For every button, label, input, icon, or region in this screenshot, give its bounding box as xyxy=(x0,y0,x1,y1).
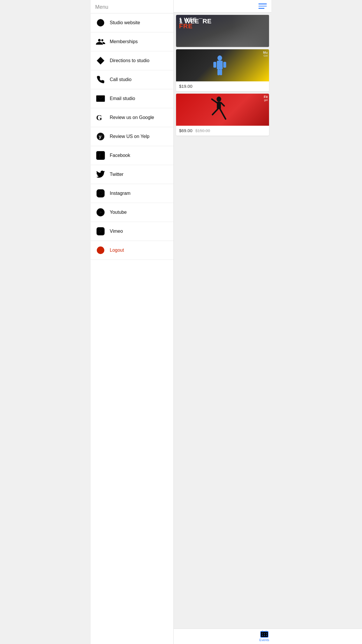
menu-item-vimeo[interactable]: Vimeo xyxy=(91,222,174,241)
menu-label-call: Call studio xyxy=(110,77,132,82)
menu-label-vimeo: Vimeo xyxy=(110,229,123,234)
svg-rect-25 xyxy=(217,61,223,69)
people-icon xyxy=(95,36,106,47)
menu-item-studio-website[interactable]: Studio website xyxy=(91,13,174,32)
menu-item-youtube[interactable]: Youtube xyxy=(91,203,174,222)
google-icon: G xyxy=(95,112,106,123)
svg-rect-27 xyxy=(223,62,226,68)
menu-item-google[interactable]: G Review us on Google xyxy=(91,108,174,127)
menu-label-google: Review us on Google xyxy=(110,115,154,120)
menu-label-studio-website: Studio website xyxy=(110,20,140,25)
menu-item-email[interactable]: Email studio xyxy=(91,89,174,108)
menu-item-call[interactable]: Call studio xyxy=(91,70,174,89)
svg-line-34 xyxy=(212,109,218,115)
menu-item-memberships[interactable]: Memberships xyxy=(91,32,174,51)
svg-point-24 xyxy=(217,55,222,61)
menu-label-youtube: Youtube xyxy=(110,210,127,215)
svg-point-44 xyxy=(266,635,267,636)
content-header xyxy=(174,0,271,13)
svg-point-41 xyxy=(266,634,267,634)
card-1-week-free[interactable]: 1 WEE FRE xyxy=(176,15,269,47)
svg-text:y: y xyxy=(99,134,101,139)
menu-item-instagram[interactable]: Instagram xyxy=(91,184,174,203)
menu-item-logout[interactable]: Logout xyxy=(91,241,174,260)
menu-label-twitter: Twitter xyxy=(110,172,124,177)
phone-icon xyxy=(95,74,106,85)
menu-item-twitter[interactable]: Twitter xyxy=(91,165,174,184)
twitter-icon xyxy=(95,169,106,180)
vimeo-icon xyxy=(95,226,106,237)
globe-icon xyxy=(95,18,106,28)
menu-label-directions: Directions to studio xyxy=(110,58,150,63)
menu-title: Menu xyxy=(91,0,174,13)
svg-point-30 xyxy=(217,97,221,102)
svg-line-33 xyxy=(221,103,224,106)
menu-label-memberships: Memberships xyxy=(110,39,138,44)
nav-events[interactable]: Events xyxy=(259,631,269,642)
svg-line-32 xyxy=(212,99,217,103)
nav-events-label: Events xyxy=(259,638,269,642)
svg-rect-29 xyxy=(220,69,222,75)
svg-rect-28 xyxy=(217,69,220,75)
svg-point-40 xyxy=(264,634,265,634)
card-image-1week: 1 WEE FRE xyxy=(176,15,269,47)
svg-point-5 xyxy=(101,39,103,41)
bottom-nav: Events xyxy=(166,629,271,644)
email-icon xyxy=(95,93,106,104)
menu-item-yelp[interactable]: y Review US on Yelp xyxy=(91,127,174,146)
svg-point-4 xyxy=(98,39,101,42)
svg-point-14 xyxy=(99,192,102,195)
svg-text:G: G xyxy=(96,113,102,122)
svg-point-15 xyxy=(102,191,103,192)
menu-label-instagram: Instagram xyxy=(110,191,131,196)
svg-rect-26 xyxy=(213,62,216,68)
yelp-icon: y xyxy=(95,131,106,142)
menu-item-facebook[interactable]: f Facebook xyxy=(91,146,174,165)
menu-panel: Menu Studio website xyxy=(91,0,174,644)
svg-rect-36 xyxy=(261,631,268,637)
card-image-muay-thai: Mu Get xyxy=(176,49,269,81)
youtube-icon xyxy=(95,207,106,218)
card-image-fitness: Fit get xyxy=(176,94,269,126)
card-body-fitness: $69.00 $150.00 xyxy=(176,126,269,136)
svg-point-39 xyxy=(262,634,263,634)
menu-label-yelp: Review US on Yelp xyxy=(110,134,150,139)
menu-item-directions[interactable]: Directions to studio xyxy=(91,51,174,70)
menu-label-facebook: Facebook xyxy=(110,153,130,158)
facebook-icon: f xyxy=(95,150,106,161)
card-muay-thai[interactable]: Mu Get xyxy=(176,49,269,91)
svg-text:f: f xyxy=(99,153,101,159)
directions-icon xyxy=(95,55,106,66)
app-container: Menu Studio website xyxy=(91,0,272,644)
content-panel: 1 WEE FRE Mu Get xyxy=(174,0,271,644)
menu-label-email: Email studio xyxy=(110,96,135,101)
hamburger-button[interactable] xyxy=(259,4,267,9)
card-price-fitness: $69.00 $150.00 xyxy=(179,128,210,133)
svg-line-35 xyxy=(220,109,226,119)
logout-icon xyxy=(95,245,106,256)
menu-label-logout: Logout xyxy=(110,248,124,253)
cards-container: 1 WEE FRE Mu Get xyxy=(174,13,271,138)
card-body-muay-thai: $19.00 xyxy=(176,81,269,91)
svg-point-42 xyxy=(262,635,263,636)
instagram-icon xyxy=(95,188,106,199)
svg-point-43 xyxy=(264,635,265,636)
card-price-muay-thai: $19.00 xyxy=(179,84,192,89)
card-fitness[interactable]: Fit get xyxy=(176,94,269,136)
